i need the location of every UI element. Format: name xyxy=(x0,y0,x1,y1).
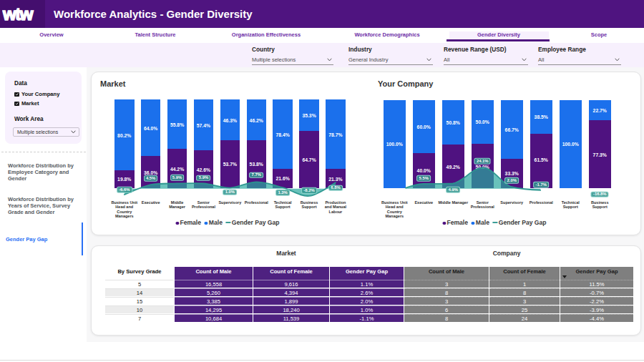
svg-text:wtw: wtw xyxy=(2,4,34,24)
